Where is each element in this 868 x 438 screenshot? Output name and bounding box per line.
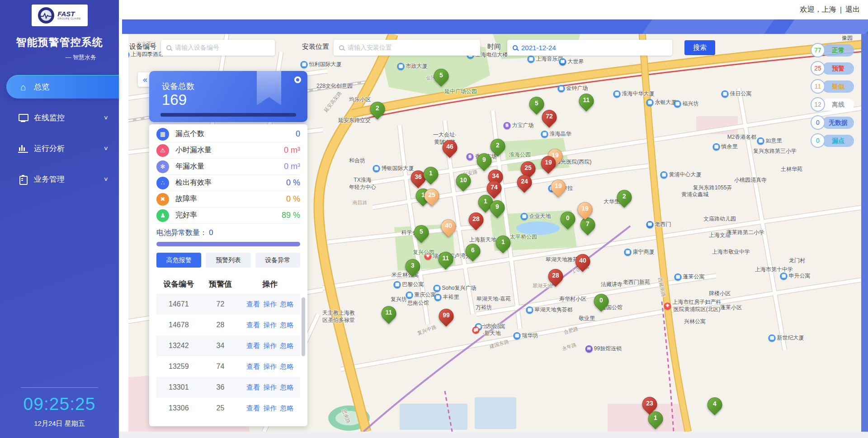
action-link-查看[interactable]: 查看 <box>246 383 260 392</box>
label-text: 淮海中华大厦 <box>622 90 655 98</box>
map-marker-pin[interactable]: 19 <box>541 156 556 171</box>
action-link-查看[interactable]: 查看 <box>246 342 260 350</box>
action-link-忽略[interactable]: 忽略 <box>280 300 293 309</box>
map-place-label: 小桃园清真寺 <box>734 177 767 184</box>
action-link-操作[interactable]: 操作 <box>263 404 277 413</box>
map-marker-pin[interactable]: 24 <box>517 175 532 190</box>
label-text: 上海电信大楼 <box>476 52 508 59</box>
action-link-查看[interactable]: 查看 <box>246 321 260 330</box>
map-marker-pin[interactable]: 19 <box>551 179 566 194</box>
location-input[interactable]: 请输入安装位置 <box>334 40 480 56</box>
tab-设备异常[interactable]: 设备异常 <box>255 253 300 268</box>
pin-value: 74 <box>487 181 502 193</box>
action-link-查看[interactable]: 查看 <box>246 300 260 309</box>
map-marker-pin[interactable]: 74 <box>487 181 502 196</box>
label-text: 龙门村 <box>789 257 805 264</box>
map-marker-pin[interactable]: 9 <box>477 153 492 168</box>
date-input[interactable]: 2021-12-24 <box>507 40 672 56</box>
action-link-忽略[interactable]: 忽略 <box>280 383 293 392</box>
legend-label[interactable]: 漏点 <box>822 135 854 147</box>
legend-badge-疑似[interactable]: 疑似11 <box>811 79 854 94</box>
map-marker-pin[interactable]: 23 <box>642 397 657 412</box>
legend-badge-预警[interactable]: 预警25 <box>811 61 854 75</box>
sidebar-item-run-analysis[interactable]: 运行分析 ∨ <box>0 137 119 160</box>
map-marker-pin[interactable]: 1 <box>648 411 663 426</box>
action-link-操作[interactable]: 操作 <box>263 363 277 371</box>
map-marker-pin[interactable]: 5 <box>434 69 449 84</box>
map-marker-pin[interactable]: 40 <box>441 219 456 234</box>
map-viewport[interactable]: 南京西路▤上海四季酒店▤恒利国际大厦▤市政大厦228文化创意园均乐小区延安东路立… <box>128 34 861 432</box>
map-place-label: 上海市敬业中学 <box>712 249 750 256</box>
map-marker-pin[interactable]: 28 <box>469 212 484 227</box>
pin-value: 28 <box>548 269 563 281</box>
cell-actions: 查看操作忽略 <box>240 342 300 350</box>
pin-value: 40 <box>576 254 590 266</box>
map-marker-pin[interactable]: 4 <box>708 397 722 412</box>
action-link-操作[interactable]: 操作 <box>263 300 277 309</box>
pin-value: 5 <box>414 225 429 237</box>
legend-badge-无数据[interactable]: 无数据0 <box>811 115 854 130</box>
map-place-label: TX淮海 年轻力中心 <box>349 177 376 191</box>
map-marker-pin[interactable]: 3 <box>406 259 420 274</box>
pin-value: 11 <box>439 252 453 264</box>
map-marker-pin[interactable]: 99 <box>439 309 454 324</box>
map-marker-pin[interactable]: 2 <box>370 102 385 117</box>
tab-高危报警[interactable]: 高危报警 <box>156 253 201 268</box>
action-link-操作[interactable]: 操作 <box>263 321 277 330</box>
cell-actions: 查看操作忽略 <box>240 404 300 413</box>
map-marker-pin[interactable]: 46 <box>443 140 458 155</box>
map-marker-pin[interactable]: 25 <box>425 188 439 203</box>
map-marker-pin[interactable]: 2 <box>617 190 632 205</box>
action-link-查看[interactable]: 查看 <box>246 363 260 371</box>
map-marker-pin[interactable]: 28 <box>548 269 563 284</box>
map-marker-pin[interactable]: 0 <box>561 212 576 226</box>
logout-link[interactable]: 退出 <box>845 5 860 14</box>
map-marker-pin[interactable]: 10 <box>456 174 471 188</box>
map-marker-pin[interactable]: 5 <box>414 225 429 240</box>
cell-device-id: 13259 <box>156 363 201 371</box>
legend-badge-漏点[interactable]: 漏点0 <box>811 133 854 148</box>
map-marker-pin[interactable]: 25 <box>521 161 536 176</box>
tab-预警列表[interactable]: 预警列表 <box>206 253 250 268</box>
action-link-操作[interactable]: 操作 <box>263 342 277 350</box>
action-link-操作[interactable]: 操作 <box>263 383 277 392</box>
action-link-忽略[interactable]: 忽略 <box>280 404 293 413</box>
map-marker-pin[interactable]: 1 <box>424 167 439 182</box>
map-marker-pin[interactable]: 1 <box>496 235 511 250</box>
map-marker-pin[interactable]: 11 <box>439 252 453 267</box>
map-marker-pin[interactable]: 6 <box>466 244 481 259</box>
map-place-label: ▤丰裕里 <box>434 294 459 301</box>
label-text: TX淮海 年轻力中心 <box>349 177 376 191</box>
action-link-忽略[interactable]: 忽略 <box>280 363 293 371</box>
action-link-忽略[interactable]: 忽略 <box>280 342 293 350</box>
label-text: 牌楼小区 <box>709 290 731 297</box>
map-marker-pin[interactable]: 7 <box>580 217 595 232</box>
legend-label[interactable]: 预警 <box>822 62 854 75</box>
app-subtitle: — 智慧水务 <box>0 53 119 61</box>
sidebar-item-business-mgmt[interactable]: 业务管理 ∨ <box>0 167 119 191</box>
legend-badge-正常[interactable]: 正常77 <box>811 43 854 57</box>
map-marker-pin[interactable]: 40 <box>576 254 590 269</box>
action-link-忽略[interactable]: 忽略 <box>280 321 293 330</box>
sidebar-item-online-monitor[interactable]: 在线监控 ∨ <box>0 106 119 129</box>
action-link-查看[interactable]: 查看 <box>246 404 260 413</box>
search-button[interactable]: 搜索 <box>684 40 715 55</box>
table-scrollbar[interactable] <box>302 297 305 356</box>
map-marker-pin[interactable]: 11 <box>382 306 396 321</box>
map-marker-pin[interactable]: 0 <box>594 294 609 309</box>
map-marker-pin[interactable]: 2 <box>491 139 505 154</box>
building-poi-icon: ▤ <box>675 273 682 281</box>
map-marker-pin[interactable]: 72 <box>542 110 557 125</box>
device-id-input[interactable]: 请输入设备编号 <box>161 40 275 56</box>
legend-label[interactable]: 无数据 <box>822 117 854 129</box>
map-marker-pin[interactable]: 9 <box>490 200 505 215</box>
sidebar-item-overview[interactable]: ⌂ 总览 <box>6 75 119 99</box>
legend-badge-离线[interactable]: 离线12 <box>811 97 854 112</box>
label-text: 复兴东路1055弄 <box>693 184 732 192</box>
legend-label[interactable]: 疑似 <box>822 80 854 93</box>
legend-label[interactable]: 离线 <box>822 99 854 111</box>
legend-label[interactable]: 正常 <box>822 44 854 57</box>
map-marker-pin[interactable]: 11 <box>579 94 594 108</box>
map-marker-pin[interactable]: 19 <box>578 202 593 217</box>
stat-value: 0 % <box>286 178 300 188</box>
